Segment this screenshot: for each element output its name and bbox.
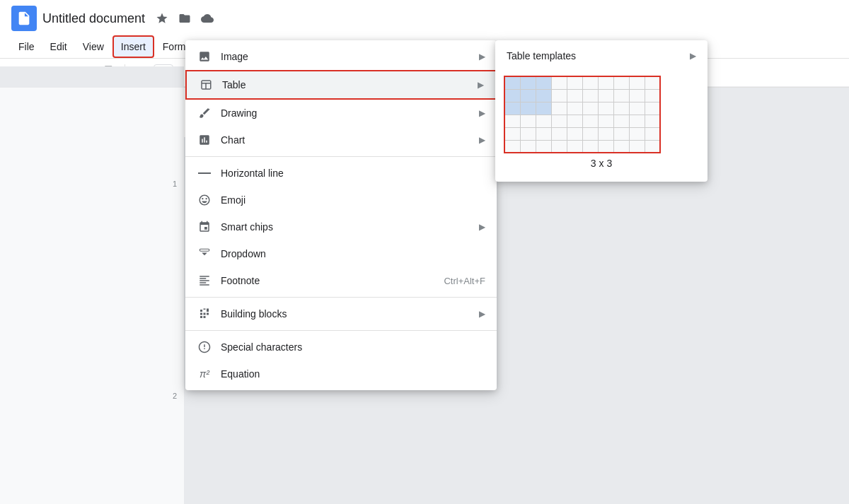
grid-cell-4-10[interactable]: [645, 115, 660, 127]
menu-item-dropdown[interactable]: Dropdown: [185, 240, 497, 267]
grid-cell-5-3[interactable]: [536, 127, 551, 140]
grid-cell-2-7[interactable]: [598, 89, 613, 102]
smart-chips-icon: [197, 219, 212, 235]
grid-cell-2-1[interactable]: [504, 89, 520, 102]
grid-cell-4-4[interactable]: [551, 115, 567, 127]
menu-item-drawing[interactable]: Drawing ▶: [185, 100, 497, 127]
menu-edit[interactable]: Edit: [43, 37, 74, 57]
grid-cell-6-2[interactable]: [520, 140, 536, 153]
grid-cell-6-8[interactable]: [613, 140, 629, 153]
svg-rect-6: [200, 249, 209, 251]
grid-cell-3-1[interactable]: [504, 102, 520, 115]
menu-file[interactable]: File: [11, 37, 42, 57]
grid-cell-5-4[interactable]: [551, 127, 567, 140]
drawing-arrow: ▶: [479, 108, 485, 118]
grid-cell-6-5[interactable]: [567, 140, 582, 153]
grid-cell-4-1[interactable]: [504, 115, 520, 127]
grid-cell-5-7[interactable]: [598, 127, 613, 140]
submenu-item-table-templates[interactable]: Table templates ▶: [495, 43, 708, 69]
menu-item-horizontal-line[interactable]: Horizontal line: [185, 160, 497, 187]
grid-cell-4-3[interactable]: [536, 115, 551, 127]
title-icons: [154, 10, 216, 27]
grid-cell-6-6[interactable]: [582, 140, 598, 153]
separator-2: [185, 297, 497, 298]
grid-cell-4-9[interactable]: [629, 115, 645, 127]
grid-cell-1-3[interactable]: [536, 76, 551, 89]
dropdown-label: Dropdown: [221, 248, 485, 259]
footnote-shortcut: Ctrl+Alt+F: [444, 276, 485, 286]
grid-cell-2-5[interactable]: [567, 89, 582, 102]
grid-row-6: [504, 140, 660, 153]
grid-cell-1-2[interactable]: [520, 76, 536, 89]
grid-cell-3-8[interactable]: [613, 102, 629, 115]
grid-cell-3-4[interactable]: [551, 102, 567, 115]
table-icon: [198, 77, 214, 93]
folder-icon[interactable]: [176, 10, 193, 27]
grid-cell-3-9[interactable]: [629, 102, 645, 115]
grid-cell-1-6[interactable]: [582, 76, 598, 89]
grid-cell-3-6[interactable]: [582, 102, 598, 115]
grid-cell-3-3[interactable]: [536, 102, 551, 115]
grid-cell-4-8[interactable]: [613, 115, 629, 127]
grid-cell-2-4[interactable]: [551, 89, 567, 102]
grid-cell-5-5[interactable]: [567, 127, 582, 140]
menu-item-building-blocks[interactable]: Building blocks ▶: [185, 300, 497, 327]
chart-label: Chart: [221, 134, 473, 146]
grid-cell-2-2[interactable]: [520, 89, 536, 102]
building-blocks-arrow: ▶: [479, 309, 485, 319]
grid-cell-1-1[interactable]: [504, 76, 520, 89]
grid-cell-2-10[interactable]: [645, 89, 660, 102]
grid-table[interactable]: [504, 76, 661, 153]
grid-cell-1-8[interactable]: [613, 76, 629, 89]
cloud-icon[interactable]: [199, 10, 216, 27]
grid-cell-3-5[interactable]: [567, 102, 582, 115]
grid-selector: 3 x 3: [495, 69, 708, 179]
menu-item-equation[interactable]: π² Equation: [185, 361, 497, 387]
menu-item-footnote[interactable]: Footnote Ctrl+Alt+F: [185, 267, 497, 294]
grid-cell-3-10[interactable]: [645, 102, 660, 115]
grid-cell-1-4[interactable]: [551, 76, 567, 89]
grid-cell-6-4[interactable]: [551, 140, 567, 153]
dropdown-icon: [197, 246, 212, 262]
grid-cell-5-8[interactable]: [613, 127, 629, 140]
building-blocks-label: Building blocks: [221, 308, 473, 320]
grid-cell-2-6[interactable]: [582, 89, 598, 102]
grid-cell-6-9[interactable]: [629, 140, 645, 153]
grid-cell-4-7[interactable]: [598, 115, 613, 127]
grid-cell-4-2[interactable]: [520, 115, 536, 127]
grid-cell-6-7[interactable]: [598, 140, 613, 153]
star-icon[interactable]: [154, 10, 171, 27]
grid-cell-5-10[interactable]: [645, 127, 660, 140]
grid-cell-6-10[interactable]: [645, 140, 660, 153]
grid-cell-3-7[interactable]: [598, 102, 613, 115]
menu-item-emoji[interactable]: Emoji: [185, 187, 497, 213]
grid-cell-2-9[interactable]: [629, 89, 645, 102]
menu-item-table[interactable]: Table ▶: [185, 70, 497, 100]
menu-item-image[interactable]: Image ▶: [185, 43, 497, 70]
grid-cell-1-10[interactable]: [645, 76, 660, 89]
menu-item-smart-chips[interactable]: Smart chips ▶: [185, 213, 497, 240]
menu-item-chart[interactable]: Chart ▶: [185, 127, 497, 153]
table-label: Table: [222, 79, 472, 90]
grid-cell-1-9[interactable]: [629, 76, 645, 89]
menu-view[interactable]: View: [76, 37, 111, 57]
menu-insert[interactable]: Insert: [112, 35, 154, 58]
page-num-1: 1: [173, 180, 177, 188]
table-arrow: ▶: [478, 80, 484, 90]
grid-cell-4-5[interactable]: [567, 115, 582, 127]
grid-cell-4-6[interactable]: [582, 115, 598, 127]
grid-cell-2-8[interactable]: [613, 89, 629, 102]
insert-dropdown: Image ▶ Table ▶ Drawing ▶ Chart ▶ Horizo…: [185, 40, 497, 390]
grid-cell-5-1[interactable]: [504, 127, 520, 140]
grid-cell-2-3[interactable]: [536, 89, 551, 102]
grid-cell-6-3[interactable]: [536, 140, 551, 153]
grid-cell-1-5[interactable]: [567, 76, 582, 89]
left-margin: 1 2: [0, 88, 184, 504]
menu-item-special-characters[interactable]: Special characters: [185, 334, 497, 361]
grid-cell-1-7[interactable]: [598, 76, 613, 89]
grid-cell-5-2[interactable]: [520, 127, 536, 140]
grid-cell-6-1[interactable]: [504, 140, 520, 153]
grid-cell-5-9[interactable]: [629, 127, 645, 140]
grid-cell-3-2[interactable]: [520, 102, 536, 115]
grid-cell-5-6[interactable]: [582, 127, 598, 140]
